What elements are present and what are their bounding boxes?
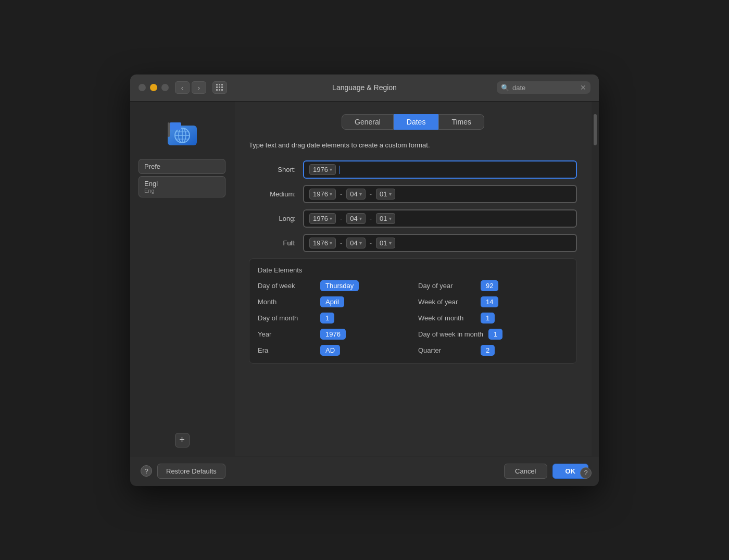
chevron-down-icon: ▾ <box>359 216 362 221</box>
medium-field[interactable]: 1976▾ - 04▾ - 01▾ <box>303 185 577 203</box>
globe-icon <box>166 117 199 151</box>
de-badge-year[interactable]: 1976 <box>320 329 346 340</box>
de-label-quarter: Quarter <box>418 346 475 354</box>
language-item[interactable]: Engl Eng <box>139 176 225 197</box>
de-item-day-of-week-in-month: Day of week in month 1 <box>418 329 568 340</box>
medium-token-day[interactable]: 01▾ <box>376 189 395 200</box>
de-item-month: Month April <box>258 296 408 307</box>
de-item-day-of-week: Day of week Thursday <box>258 280 408 291</box>
search-text[interactable]: date <box>512 84 577 92</box>
long-token-day[interactable]: 01▾ <box>376 213 395 224</box>
help-corner-button[interactable]: ? <box>580 467 592 479</box>
chevron-down-icon: ▾ <box>330 167 332 172</box>
minimize-button[interactable] <box>150 84 157 91</box>
de-item-week-of-year: Week of year 14 <box>418 296 568 307</box>
back-button[interactable]: ‹ <box>175 81 190 94</box>
medium-label: Medium: <box>249 190 296 198</box>
format-row-long: Long: 1976▾ - 04▾ - 01▾ <box>249 209 577 228</box>
de-badge-week-of-month[interactable]: 1 <box>481 313 495 323</box>
de-badge-day-of-month[interactable]: 1 <box>320 313 334 323</box>
cancel-button[interactable]: Cancel <box>504 464 547 479</box>
tab-general[interactable]: General <box>342 114 394 130</box>
de-item-year: Year 1976 <box>258 329 408 340</box>
full-field[interactable]: 1976▾ - 04▾ - 01▾ <box>303 234 577 252</box>
de-badge-era[interactable]: AD <box>320 345 340 356</box>
de-badge-week-of-year[interactable]: 14 <box>481 296 498 307</box>
short-field[interactable]: 1976 ▾ <box>303 160 577 179</box>
de-item-day-of-year: Day of year 92 <box>418 280 568 291</box>
tab-times[interactable]: Times <box>438 114 484 130</box>
content-area: General Dates Times Type text and drag d… <box>234 102 592 456</box>
chevron-down-icon: ▾ <box>389 240 392 246</box>
window-title: Language & Region <box>332 83 397 92</box>
de-label-year: Year <box>258 330 315 338</box>
chevron-down-icon: ▾ <box>330 216 332 221</box>
grid-button[interactable] <box>212 81 227 94</box>
long-label: Long: <box>249 215 296 222</box>
scroll-thumb[interactable] <box>594 114 597 145</box>
date-elements-title: Date Elements <box>258 266 568 274</box>
full-token-year[interactable]: 1976▾ <box>309 238 336 248</box>
sidebar: Prefe Engl Eng + <box>130 102 234 456</box>
sidebar-pref-label: Prefe <box>144 163 220 170</box>
long-token-month[interactable]: 04▾ <box>346 213 365 224</box>
date-elements-grid: Day of week Thursday Day of year 92 Mont… <box>258 280 568 356</box>
medium-token-month[interactable]: 04▾ <box>346 189 365 200</box>
de-badge-day-of-week[interactable]: Thursday <box>320 280 359 291</box>
bottom-bar: ? Restore Defaults Cancel OK <box>130 456 599 486</box>
main-window: ‹ › Language & Region 🔍 date ✕ <box>130 74 599 486</box>
format-row-short: Short: 1976 ▾ <box>249 160 577 179</box>
de-label-month: Month <box>258 298 315 306</box>
de-item-week-of-month: Week of month 1 <box>418 313 568 323</box>
date-elements-section: Date Elements Day of week Thursday Day o… <box>249 258 577 364</box>
de-label-week-of-month: Week of month <box>418 314 475 322</box>
de-label-week-of-year: Week of year <box>418 298 475 306</box>
maximize-button[interactable] <box>161 84 169 91</box>
lang-secondary-label: Eng <box>144 188 220 194</box>
tab-dates[interactable]: Dates <box>394 114 439 130</box>
full-token-day[interactable]: 01▾ <box>376 238 395 248</box>
de-badge-day-of-year[interactable]: 92 <box>481 280 498 291</box>
de-label-day-of-week-in-month: Day of week in month <box>418 330 483 338</box>
chevron-down-icon: ▾ <box>330 191 332 197</box>
full-label: Full: <box>249 239 296 247</box>
search-icon: 🔍 <box>501 84 509 92</box>
de-label-day-of-month: Day of month <box>258 314 315 322</box>
forward-button[interactable]: › <box>192 81 206 94</box>
de-label-era: Era <box>258 346 315 354</box>
restore-defaults-button[interactable]: Restore Defaults <box>157 464 225 479</box>
help-button[interactable]: ? <box>141 465 152 477</box>
de-item-quarter: Quarter 2 <box>418 345 568 356</box>
nav-buttons: ‹ › <box>175 81 206 94</box>
medium-token-year[interactable]: 1976▾ <box>309 189 336 200</box>
close-button[interactable] <box>139 84 146 91</box>
lang-primary-label: Engl <box>144 180 220 188</box>
format-row-full: Full: 1976▾ - 04▾ - 01▾ <box>249 234 577 252</box>
search-bar[interactable]: 🔍 date ✕ <box>497 81 590 94</box>
format-row-medium: Medium: 1976▾ - 04▾ - 01▾ <box>249 185 577 203</box>
de-badge-quarter[interactable]: 2 <box>481 345 495 356</box>
chevron-down-icon: ▾ <box>330 240 332 246</box>
de-badge-month[interactable]: April <box>320 296 344 307</box>
de-item-day-of-month: Day of month 1 <box>258 313 408 323</box>
text-cursor <box>339 166 340 174</box>
titlebar: ‹ › Language & Region 🔍 date ✕ <box>130 74 599 102</box>
chevron-down-icon: ▾ <box>389 191 392 197</box>
scrollbar[interactable] <box>592 102 599 456</box>
search-clear-button[interactable]: ✕ <box>580 83 586 92</box>
add-language-button[interactable]: + <box>175 433 190 447</box>
short-label: Short: <box>249 166 296 173</box>
long-field[interactable]: 1976▾ - 04▾ - 01▾ <box>303 209 577 228</box>
chevron-down-icon: ▾ <box>359 240 362 246</box>
de-badge-day-of-week-in-month[interactable]: 1 <box>488 329 502 340</box>
main-layout: Prefe Engl Eng + General Dates Times Typ… <box>130 102 599 456</box>
tabs: General Dates Times <box>249 114 577 130</box>
long-token-year[interactable]: 1976▾ <box>309 213 336 224</box>
chevron-down-icon: ▾ <box>389 216 392 221</box>
description-text: Type text and drag date elements to crea… <box>249 140 577 151</box>
de-label-day-of-year: Day of year <box>418 282 475 290</box>
traffic-lights <box>139 84 169 91</box>
svg-rect-8 <box>170 122 181 130</box>
short-token-year[interactable]: 1976 ▾ <box>309 164 336 175</box>
full-token-month[interactable]: 04▾ <box>346 238 365 248</box>
